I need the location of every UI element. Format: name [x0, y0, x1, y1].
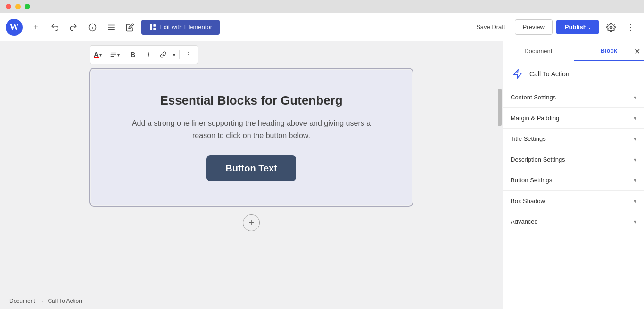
- svg-rect-8: [153, 28, 156, 30]
- text-color-icon: A: [94, 51, 99, 58]
- accordion-header-content-settings[interactable]: Content Settings ▾: [503, 87, 644, 107]
- list-view-button[interactable]: [104, 20, 119, 35]
- top-bar: W ＋ Edit with Elementor Save Draft Previ…: [0, 13, 644, 41]
- chevron-down-icon: ▾: [634, 198, 636, 204]
- chevron-down-icon: ▾: [634, 136, 636, 142]
- link-button[interactable]: [156, 48, 170, 62]
- maximize-traffic-light[interactable]: [25, 4, 30, 9]
- accordion-box-shadow: Box Shadow ▾: [503, 191, 644, 211]
- add-block-icon-btn[interactable]: ＋: [28, 20, 43, 35]
- link-options-dropdown[interactable]: ▾: [171, 52, 177, 57]
- svg-marker-13: [514, 70, 522, 78]
- chevron-down-icon: ▾: [634, 115, 636, 122]
- minimize-traffic-light[interactable]: [15, 4, 21, 9]
- accordion-advanced: Advanced ▾: [503, 211, 644, 232]
- more-format-button[interactable]: ⋮: [182, 48, 196, 62]
- cta-description: Add a strong one liner supporting the he…: [129, 117, 374, 141]
- tab-document[interactable]: Document: [503, 41, 574, 61]
- redo-button[interactable]: [66, 20, 81, 35]
- align-dropdown[interactable]: ▾: [108, 51, 122, 58]
- info-button[interactable]: [85, 20, 100, 35]
- add-block-below-button[interactable]: +: [243, 214, 260, 231]
- format-toolbar: A ▾ ▾ B I ▾ ⋮: [90, 45, 198, 64]
- toolbar-separator-3: [179, 50, 180, 59]
- app: W ＋ Edit with Elementor Save Draft Previ…: [0, 13, 644, 309]
- accordion-header-margin-padding[interactable]: Margin & Padding ▾: [503, 108, 644, 128]
- right-panel: Document Block ✕ Call To Action Content …: [503, 41, 644, 309]
- save-draft-button[interactable]: Save Draft: [471, 20, 511, 34]
- accordion-button-settings: Button Settings ▾: [503, 170, 644, 191]
- accordion-header-title-settings[interactable]: Title Settings ▾: [503, 129, 644, 149]
- accordion-margin-padding: Margin & Padding ▾: [503, 108, 644, 129]
- cta-title: Essential Blocks for Gutenberg: [129, 93, 374, 108]
- editor-scrollbar[interactable]: [498, 89, 502, 126]
- chevron-down-icon: ▾: [634, 177, 636, 184]
- svg-rect-6: [150, 24, 152, 30]
- accordion-header-advanced[interactable]: Advanced ▾: [503, 211, 644, 232]
- settings-button[interactable]: [603, 19, 619, 36]
- tab-block[interactable]: Block: [574, 41, 644, 61]
- svg-point-9: [610, 26, 612, 28]
- toolbar-separator-2: [124, 50, 124, 59]
- accordion-header-box-shadow[interactable]: Box Shadow ▾: [503, 191, 644, 211]
- publish-button[interactable]: Publish .: [556, 20, 599, 34]
- close-traffic-light[interactable]: [6, 4, 11, 9]
- content-area: A ▾ ▾ B I ▾ ⋮: [0, 41, 644, 309]
- block-type-icon: [511, 67, 525, 81]
- titlebar: [0, 0, 644, 13]
- toolbar-separator-1: [106, 50, 106, 59]
- settings-accordion: Content Settings ▾ Margin & Padding ▾ Ti…: [503, 87, 644, 309]
- chevron-down-icon: ▾: [634, 219, 636, 225]
- chevron-down-icon: ▾: [634, 94, 636, 101]
- editor-area: A ▾ ▾ B I ▾ ⋮: [0, 41, 503, 309]
- bold-button[interactable]: B: [126, 48, 140, 62]
- undo-button[interactable]: [47, 20, 62, 35]
- chevron-down-icon: ▾: [634, 156, 636, 163]
- accordion-title-settings: Title Settings ▾: [503, 129, 644, 149]
- panel-tabs: Document Block ✕: [503, 41, 644, 61]
- accordion-header-button-settings[interactable]: Button Settings ▾: [503, 170, 644, 190]
- preview-button[interactable]: Preview: [515, 19, 553, 35]
- block-type-label: Call To Action: [529, 70, 570, 78]
- wp-logo[interactable]: W: [6, 19, 23, 36]
- panel-close-button[interactable]: ✕: [634, 47, 640, 56]
- more-options-button[interactable]: ⋮: [623, 20, 638, 35]
- accordion-description-settings: Description Settings ▾: [503, 149, 644, 170]
- align-icon: [110, 51, 116, 58]
- italic-button[interactable]: I: [141, 48, 155, 62]
- edit-mode-button[interactable]: [123, 20, 138, 35]
- cta-block: Essential Blocks for Gutenberg Add a str…: [91, 70, 412, 205]
- block-header: Call To Action: [503, 61, 644, 87]
- text-color-dropdown[interactable]: A ▾: [92, 51, 104, 58]
- breadcrumb: Document → Call To Action: [9, 298, 82, 304]
- accordion-header-description-settings[interactable]: Description Settings ▾: [503, 149, 644, 170]
- edit-with-elementor-button[interactable]: Edit with Elementor: [141, 20, 220, 35]
- accordion-content-settings: Content Settings ▾: [503, 87, 644, 108]
- svg-rect-7: [153, 24, 156, 27]
- cta-button[interactable]: Button Text: [206, 155, 296, 181]
